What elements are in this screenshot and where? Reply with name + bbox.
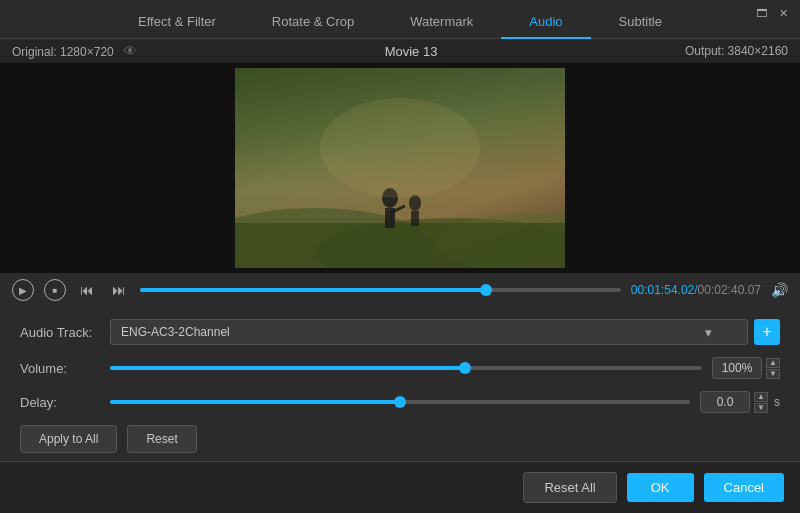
delay-unit: s: [774, 395, 780, 409]
progress-bar[interactable]: [140, 288, 621, 292]
delay-slider[interactable]: [110, 400, 690, 404]
audio-track-row: Audio Track: ENG-AC3-2Channel +: [20, 319, 780, 345]
action-buttons: Apply to All Reset: [20, 425, 780, 453]
output-resolution: Output: 3840×2160: [685, 44, 788, 58]
main-content: Original: 1280×720 👁 Movie 13 Output: 38…: [0, 39, 800, 510]
volume-down-button[interactable]: ▼: [766, 369, 780, 379]
close-button[interactable]: ✕: [776, 6, 790, 20]
delay-input-group: ▲ ▼ s: [700, 391, 780, 413]
total-time: 00:02:40.07: [698, 283, 761, 297]
reset-all-button[interactable]: Reset All: [523, 472, 616, 503]
tab-bar: Effect & Filter Rotate & Crop Watermark …: [0, 0, 800, 39]
play-button[interactable]: ▶: [12, 279, 34, 301]
tab-effect-filter[interactable]: Effect & Filter: [110, 6, 244, 39]
volume-label: Volume:: [20, 361, 110, 376]
current-time: 00:01:54.02: [631, 283, 694, 297]
ok-button[interactable]: OK: [627, 473, 694, 502]
prev-button[interactable]: ⏮: [76, 279, 98, 301]
eye-icon[interactable]: 👁: [123, 43, 137, 59]
delay-spinners: ▲ ▼: [754, 392, 768, 413]
tab-audio[interactable]: Audio: [501, 6, 590, 39]
volume-up-button[interactable]: ▲: [766, 358, 780, 368]
svg-rect-9: [411, 211, 419, 226]
audio-track-select-wrapper: ENG-AC3-2Channel: [110, 319, 748, 345]
delay-row: Delay: ▲ ▼ s: [20, 391, 780, 413]
transport-bar: ▶ ■ ⏮ ⏭ 00:01:54.02/00:02:40.07 🔊: [0, 273, 800, 307]
volume-row: Volume: ▲ ▼: [20, 357, 780, 379]
video-scene-svg: [235, 68, 565, 268]
movie-title: Movie 13: [385, 44, 438, 59]
delay-up-button[interactable]: ▲: [754, 392, 768, 402]
video-frame: [235, 68, 565, 268]
original-resolution: Original: 1280×720 👁: [12, 43, 137, 59]
tab-watermark[interactable]: Watermark: [382, 6, 501, 39]
preview-header: Original: 1280×720 👁 Movie 13 Output: 38…: [0, 39, 800, 63]
delay-label: Delay:: [20, 395, 110, 410]
stop-button[interactable]: ■: [44, 279, 66, 301]
volume-icon[interactable]: 🔊: [771, 282, 788, 298]
audio-track-select[interactable]: ENG-AC3-2Channel: [110, 319, 748, 345]
minimize-button[interactable]: 🗖: [754, 6, 768, 20]
add-track-button[interactable]: +: [754, 319, 780, 345]
svg-point-10: [320, 98, 480, 198]
volume-spinners: ▲ ▼: [766, 358, 780, 379]
tab-rotate-crop[interactable]: Rotate & Crop: [244, 6, 382, 39]
volume-input[interactable]: [712, 357, 762, 379]
bottom-bar: Reset All OK Cancel: [0, 461, 800, 513]
audio-track-label: Audio Track:: [20, 325, 110, 340]
progress-thumb[interactable]: [480, 284, 492, 296]
time-display: 00:01:54.02/00:02:40.07: [631, 283, 761, 297]
volume-fill: [110, 366, 465, 370]
volume-slider[interactable]: [110, 366, 702, 370]
title-bar: 🗖 ✕: [744, 0, 800, 26]
reset-button[interactable]: Reset: [127, 425, 196, 453]
tab-subtitle[interactable]: Subtitle: [591, 6, 690, 39]
video-preview: [0, 63, 800, 273]
next-button[interactable]: ⏭: [108, 279, 130, 301]
cancel-button[interactable]: Cancel: [704, 473, 784, 502]
delay-down-button[interactable]: ▼: [754, 403, 768, 413]
apply-to-all-button[interactable]: Apply to All: [20, 425, 117, 453]
delay-input[interactable]: [700, 391, 750, 413]
volume-input-group: ▲ ▼: [712, 357, 780, 379]
delay-fill: [110, 400, 400, 404]
delay-thumb[interactable]: [394, 396, 406, 408]
progress-fill: [140, 288, 486, 292]
svg-rect-4: [235, 223, 565, 268]
volume-thumb[interactable]: [459, 362, 471, 374]
